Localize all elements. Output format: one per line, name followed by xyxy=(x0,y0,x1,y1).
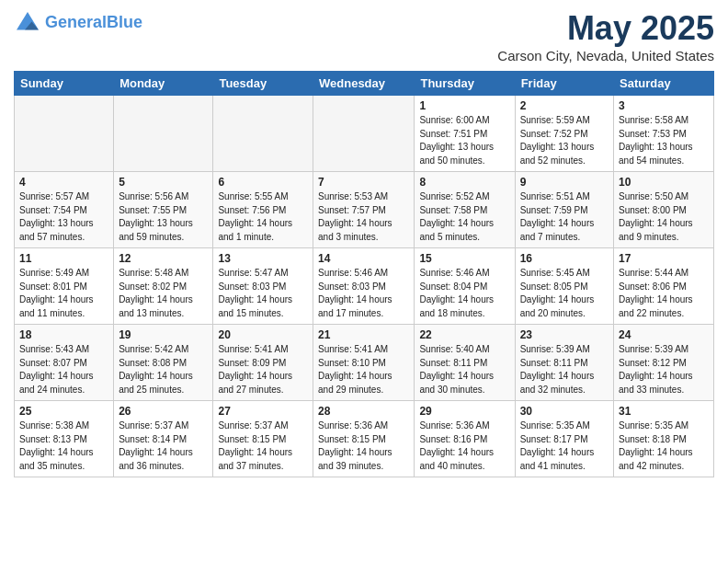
calendar-cell xyxy=(15,96,114,172)
day-number: 13 xyxy=(218,252,308,265)
day-number: 14 xyxy=(318,252,409,265)
calendar-cell: 16Sunrise: 5:45 AM Sunset: 8:05 PM Dayli… xyxy=(515,248,613,325)
calendar-cell: 24Sunrise: 5:39 AM Sunset: 8:12 PM Dayli… xyxy=(614,325,714,401)
day-info: Sunrise: 5:56 AM Sunset: 7:55 PM Dayligh… xyxy=(119,190,208,244)
calendar-cell: 22Sunrise: 5:40 AM Sunset: 8:11 PM Dayli… xyxy=(415,325,515,401)
calendar-cell: 2Sunrise: 5:59 AM Sunset: 7:52 PM Daylig… xyxy=(515,96,613,172)
day-info: Sunrise: 5:35 AM Sunset: 8:18 PM Dayligh… xyxy=(619,419,709,473)
day-number: 12 xyxy=(119,252,208,265)
day-number: 22 xyxy=(419,328,509,341)
calendar-cell: 29Sunrise: 5:36 AM Sunset: 8:16 PM Dayli… xyxy=(415,401,515,477)
day-info: Sunrise: 5:47 AM Sunset: 8:03 PM Dayligh… xyxy=(218,267,308,320)
calendar-cell: 18Sunrise: 5:43 AM Sunset: 8:07 PM Dayli… xyxy=(15,325,114,401)
calendar-cell: 5Sunrise: 5:56 AM Sunset: 7:55 PM Daylig… xyxy=(114,172,213,248)
day-info: Sunrise: 5:44 AM Sunset: 8:06 PM Dayligh… xyxy=(619,267,709,320)
calendar-cell: 12Sunrise: 5:48 AM Sunset: 8:02 PM Dayli… xyxy=(114,248,213,325)
day-info: Sunrise: 5:43 AM Sunset: 8:07 PM Dayligh… xyxy=(19,343,108,396)
calendar-header-saturday: Saturday xyxy=(614,72,714,96)
day-info: Sunrise: 5:39 AM Sunset: 8:11 PM Dayligh… xyxy=(520,343,609,396)
logo: GeneralBlue xyxy=(14,9,142,37)
day-info: Sunrise: 5:41 AM Sunset: 8:09 PM Dayligh… xyxy=(218,343,308,396)
day-info: Sunrise: 5:48 AM Sunset: 8:02 PM Dayligh… xyxy=(119,267,208,320)
calendar-cell: 15Sunrise: 5:46 AM Sunset: 8:04 PM Dayli… xyxy=(415,248,515,325)
calendar-cell: 27Sunrise: 5:37 AM Sunset: 8:15 PM Dayli… xyxy=(213,401,313,477)
calendar-week-5: 25Sunrise: 5:38 AM Sunset: 8:13 PM Dayli… xyxy=(15,401,714,477)
calendar-week-1: 1Sunrise: 6:00 AM Sunset: 7:51 PM Daylig… xyxy=(15,96,714,172)
calendar-cell: 19Sunrise: 5:42 AM Sunset: 8:08 PM Dayli… xyxy=(114,325,213,401)
day-info: Sunrise: 5:50 AM Sunset: 8:00 PM Dayligh… xyxy=(619,190,709,244)
calendar-header-row: SundayMondayTuesdayWednesdayThursdayFrid… xyxy=(15,72,714,96)
calendar-header-thursday: Thursday xyxy=(415,72,515,96)
day-info: Sunrise: 5:36 AM Sunset: 8:16 PM Dayligh… xyxy=(419,419,509,473)
day-number: 20 xyxy=(218,328,308,341)
day-number: 26 xyxy=(119,405,208,418)
day-info: Sunrise: 5:46 AM Sunset: 8:04 PM Dayligh… xyxy=(419,267,509,320)
calendar-cell: 3Sunrise: 5:58 AM Sunset: 7:53 PM Daylig… xyxy=(614,96,714,172)
page: GeneralBlue May 2025 Carson City, Nevada… xyxy=(0,0,728,563)
day-number: 27 xyxy=(218,405,308,418)
day-info: Sunrise: 5:49 AM Sunset: 8:01 PM Dayligh… xyxy=(19,267,108,320)
calendar-header-friday: Friday xyxy=(515,72,613,96)
day-info: Sunrise: 5:52 AM Sunset: 7:58 PM Dayligh… xyxy=(419,190,509,244)
calendar-cell: 23Sunrise: 5:39 AM Sunset: 8:11 PM Dayli… xyxy=(515,325,613,401)
calendar-cell: 11Sunrise: 5:49 AM Sunset: 8:01 PM Dayli… xyxy=(15,248,114,325)
calendar-header-monday: Monday xyxy=(114,72,213,96)
day-info: Sunrise: 6:00 AM Sunset: 7:51 PM Dayligh… xyxy=(419,114,509,167)
day-number: 30 xyxy=(520,405,609,418)
subtitle: Carson City, Nevada, United States xyxy=(497,48,714,63)
calendar-cell: 13Sunrise: 5:47 AM Sunset: 8:03 PM Dayli… xyxy=(213,248,313,325)
logo-line2: Blue xyxy=(107,13,142,31)
day-info: Sunrise: 5:35 AM Sunset: 8:17 PM Dayligh… xyxy=(520,419,609,473)
calendar-header-sunday: Sunday xyxy=(15,72,114,96)
day-info: Sunrise: 5:37 AM Sunset: 8:14 PM Dayligh… xyxy=(119,419,208,473)
calendar-header-tuesday: Tuesday xyxy=(213,72,313,96)
day-number: 4 xyxy=(19,176,108,189)
day-info: Sunrise: 5:58 AM Sunset: 7:53 PM Dayligh… xyxy=(619,114,709,167)
calendar-cell: 30Sunrise: 5:35 AM Sunset: 8:17 PM Dayli… xyxy=(515,401,613,477)
day-number: 15 xyxy=(419,252,509,265)
calendar-cell: 7Sunrise: 5:53 AM Sunset: 7:57 PM Daylig… xyxy=(313,172,415,248)
day-info: Sunrise: 5:37 AM Sunset: 8:15 PM Dayligh… xyxy=(218,419,308,473)
day-info: Sunrise: 5:40 AM Sunset: 8:11 PM Dayligh… xyxy=(419,343,509,396)
day-number: 1 xyxy=(419,99,509,112)
day-number: 19 xyxy=(119,328,208,341)
day-number: 31 xyxy=(619,405,709,418)
calendar-cell: 6Sunrise: 5:55 AM Sunset: 7:56 PM Daylig… xyxy=(213,172,313,248)
day-info: Sunrise: 5:41 AM Sunset: 8:10 PM Dayligh… xyxy=(318,343,409,396)
calendar-cell xyxy=(313,96,415,172)
day-info: Sunrise: 5:57 AM Sunset: 7:54 PM Dayligh… xyxy=(19,190,108,244)
day-info: Sunrise: 5:55 AM Sunset: 7:56 PM Dayligh… xyxy=(218,190,308,244)
calendar-cell: 31Sunrise: 5:35 AM Sunset: 8:18 PM Dayli… xyxy=(614,401,714,477)
calendar-cell: 28Sunrise: 5:36 AM Sunset: 8:15 PM Dayli… xyxy=(313,401,415,477)
day-number: 24 xyxy=(619,328,709,341)
calendar-cell: 21Sunrise: 5:41 AM Sunset: 8:10 PM Dayli… xyxy=(313,325,415,401)
day-number: 8 xyxy=(419,176,509,189)
day-info: Sunrise: 5:42 AM Sunset: 8:08 PM Dayligh… xyxy=(119,343,208,396)
calendar-cell: 10Sunrise: 5:50 AM Sunset: 8:00 PM Dayli… xyxy=(614,172,714,248)
day-number: 5 xyxy=(119,176,208,189)
calendar-cell: 14Sunrise: 5:46 AM Sunset: 8:03 PM Dayli… xyxy=(313,248,415,325)
calendar-cell: 8Sunrise: 5:52 AM Sunset: 7:58 PM Daylig… xyxy=(415,172,515,248)
logo-icon xyxy=(14,9,41,37)
calendar: SundayMondayTuesdayWednesdayThursdayFrid… xyxy=(14,71,714,477)
calendar-cell: 20Sunrise: 5:41 AM Sunset: 8:09 PM Dayli… xyxy=(213,325,313,401)
day-number: 29 xyxy=(419,405,509,418)
calendar-week-2: 4Sunrise: 5:57 AM Sunset: 7:54 PM Daylig… xyxy=(15,172,714,248)
calendar-cell: 26Sunrise: 5:37 AM Sunset: 8:14 PM Dayli… xyxy=(114,401,213,477)
main-title: May 2025 xyxy=(497,9,714,48)
day-info: Sunrise: 5:38 AM Sunset: 8:13 PM Dayligh… xyxy=(19,419,108,473)
calendar-week-4: 18Sunrise: 5:43 AM Sunset: 8:07 PM Dayli… xyxy=(15,325,714,401)
day-number: 10 xyxy=(619,176,709,189)
calendar-cell xyxy=(114,96,213,172)
day-info: Sunrise: 5:36 AM Sunset: 8:15 PM Dayligh… xyxy=(318,419,409,473)
day-info: Sunrise: 5:46 AM Sunset: 8:03 PM Dayligh… xyxy=(318,267,409,320)
day-number: 21 xyxy=(318,328,409,341)
day-info: Sunrise: 5:59 AM Sunset: 7:52 PM Dayligh… xyxy=(520,114,609,167)
day-number: 11 xyxy=(19,252,108,265)
header: GeneralBlue May 2025 Carson City, Nevada… xyxy=(14,9,714,63)
day-number: 17 xyxy=(619,252,709,265)
calendar-week-3: 11Sunrise: 5:49 AM Sunset: 8:01 PM Dayli… xyxy=(15,248,714,325)
calendar-cell: 4Sunrise: 5:57 AM Sunset: 7:54 PM Daylig… xyxy=(15,172,114,248)
calendar-cell: 25Sunrise: 5:38 AM Sunset: 8:13 PM Dayli… xyxy=(15,401,114,477)
calendar-cell: 17Sunrise: 5:44 AM Sunset: 8:06 PM Dayli… xyxy=(614,248,714,325)
